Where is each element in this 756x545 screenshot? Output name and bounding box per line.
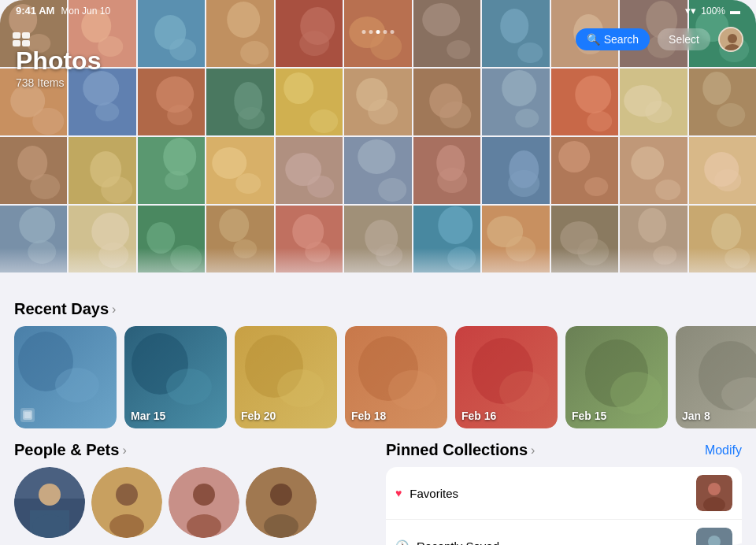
svg-point-101 [714,169,741,191]
people-grid [14,467,370,538]
battery-percent: 100% [701,6,725,17]
photo-cell-17[interactable] [413,69,480,135]
svg-point-77 [165,171,188,190]
photo-cell-38[interactable] [344,206,411,272]
svg-point-83 [307,176,334,198]
person-thumb-2[interactable] [91,467,162,538]
photo-cell-19[interactable] [551,69,618,135]
bottom-sections: People & Pets › [0,428,756,545]
pinned-collections-title: Pinned Collections [386,441,528,459]
svg-point-80 [236,173,261,194]
svg-point-127 [560,221,598,254]
photo-cell-31[interactable] [620,137,687,204]
svg-point-56 [439,102,471,128]
day-thumb-6[interactable]: Jan 8 [676,326,756,428]
photo-cell-30[interactable] [551,137,618,204]
dot-5 [391,30,395,34]
pinned-collections-chevron[interactable]: › [531,443,535,458]
svg-point-85 [358,139,395,174]
day-thumb-3[interactable]: Feb 18 [345,326,447,428]
person-thumb-1[interactable] [14,467,85,538]
recent-days-title: Recent Days [14,300,109,318]
status-bar: 9:41 AM Mon Jun 10 ▾▾ 100% ▬ [0,0,756,20]
recent-days-chevron[interactable]: › [112,302,116,317]
photo-cell-23[interactable] [69,137,135,204]
search-button[interactable]: 🔍 Search [576,28,650,50]
photo-cell-24[interactable] [138,137,205,204]
photo-cell-18[interactable] [482,69,549,135]
photo-cell-32[interactable] [689,137,756,204]
photo-cell-21[interactable] [689,69,756,135]
status-time: 9:41 AM [16,5,54,17]
day-label-4: Feb 16 [461,410,496,422]
photo-cell-34[interactable] [69,206,135,272]
svg-point-137 [55,368,99,402]
photo-cell-42[interactable] [620,206,687,272]
svg-point-103 [19,207,55,243]
photo-cell-22[interactable] [0,137,67,204]
grid-view-icon[interactable] [13,32,30,46]
photo-cell-28[interactable] [413,137,480,204]
svg-point-116 [305,242,330,262]
people-pets-chevron[interactable]: › [122,443,126,458]
day-label-3: Feb 18 [351,410,386,422]
svg-point-170 [193,484,215,506]
day-thumb-icon-0 [20,408,35,422]
svg-point-95 [584,177,608,196]
recent-days-scroll: Mar 15 Feb 20 Feb 18 Feb 16 [0,326,756,428]
svg-point-130 [638,208,666,243]
photo-cell-29[interactable] [482,137,549,204]
pinned-favorites-label: Favorites [410,487,688,500]
photo-cell-14[interactable] [206,69,273,135]
clock-icon: 🕐 [395,539,409,545]
day-thumb-4[interactable]: Feb 16 [455,326,558,428]
photo-cell-41[interactable] [551,206,618,272]
svg-point-148 [388,370,437,410]
select-button[interactable]: Select [658,28,710,50]
svg-point-151 [499,371,550,412]
photo-cell-25[interactable] [206,137,273,204]
day-thumb-1[interactable]: Mar 15 [124,326,227,428]
day-thumb-2[interactable]: Feb 20 [235,326,337,428]
svg-point-107 [99,243,129,268]
day-thumb-5[interactable]: Feb 15 [565,326,668,428]
photo-cell-33[interactable] [0,206,67,272]
svg-point-89 [437,168,467,193]
pinned-item-recently-saved[interactable]: 🕐 Recently Saved [386,520,742,545]
status-time-date: 9:41 AM Mon Jun 10 [16,5,110,17]
day-thumb-0[interactable] [14,326,117,428]
svg-point-125 [506,236,536,261]
pinned-favorites-thumb [696,475,732,511]
photo-cell-40[interactable] [482,206,549,272]
top-nav: 🔍 Search Select [0,22,756,57]
photo-cell-26[interactable] [276,137,343,204]
svg-point-76 [163,138,196,176]
person-thumb-3[interactable] [169,467,239,538]
dot-3 [376,30,380,34]
svg-point-171 [187,514,221,538]
day-label-2: Feb 20 [241,410,276,422]
day-label-6: Jan 8 [682,410,710,422]
photo-cell-36[interactable] [206,206,273,272]
svg-point-109 [146,222,175,254]
photo-cell-43[interactable] [689,206,756,272]
photo-cell-16[interactable] [344,69,411,135]
photo-cell-35[interactable] [138,206,205,272]
photo-cell-15[interactable] [276,69,343,135]
recent-days-header: Recent Days › [0,287,756,326]
svg-point-173 [270,484,292,506]
photos-count: 738 Items [16,76,101,89]
photo-cell-37[interactable] [276,206,343,272]
photo-cell-39[interactable] [413,206,480,272]
photo-cell-27[interactable] [344,137,411,204]
bottom-content: Recent Days › Mar 15 [0,287,756,545]
modify-button[interactable]: Modify [705,443,742,458]
svg-point-112 [220,209,250,242]
person-thumb-4[interactable] [246,467,317,538]
photo-cell-13[interactable] [138,69,205,135]
pinned-item-favorites[interactable]: ♥ Favorites [386,467,742,520]
svg-point-59 [515,109,539,128]
avatar[interactable] [718,27,743,52]
svg-point-122 [447,247,476,270]
photo-cell-20[interactable] [620,69,687,135]
